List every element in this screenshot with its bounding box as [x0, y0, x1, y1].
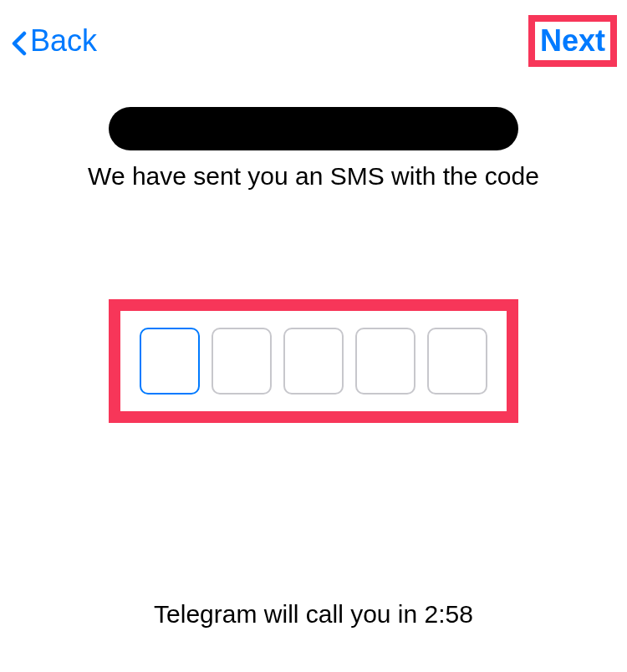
- next-button-highlight: Next: [528, 15, 617, 67]
- code-digit-1[interactable]: [140, 328, 200, 395]
- back-button[interactable]: Back: [12, 23, 97, 59]
- code-input-highlight: [109, 299, 518, 423]
- code-digit-4[interactable]: [355, 328, 415, 395]
- back-button-label: Back: [30, 23, 97, 59]
- next-button[interactable]: Next: [540, 23, 605, 59]
- chevron-left-icon: [12, 28, 27, 53]
- phone-number-redacted: [109, 107, 518, 150]
- code-digit-5[interactable]: [427, 328, 487, 395]
- code-digit-3[interactable]: [283, 328, 344, 395]
- call-countdown-message: Telegram will call you in 2:58: [0, 600, 627, 629]
- header-bar: Back Next: [0, 0, 627, 82]
- code-digit-2[interactable]: [212, 328, 272, 395]
- sms-info-message: We have sent you an SMS with the code: [0, 162, 627, 191]
- next-button-label: Next: [540, 23, 605, 58]
